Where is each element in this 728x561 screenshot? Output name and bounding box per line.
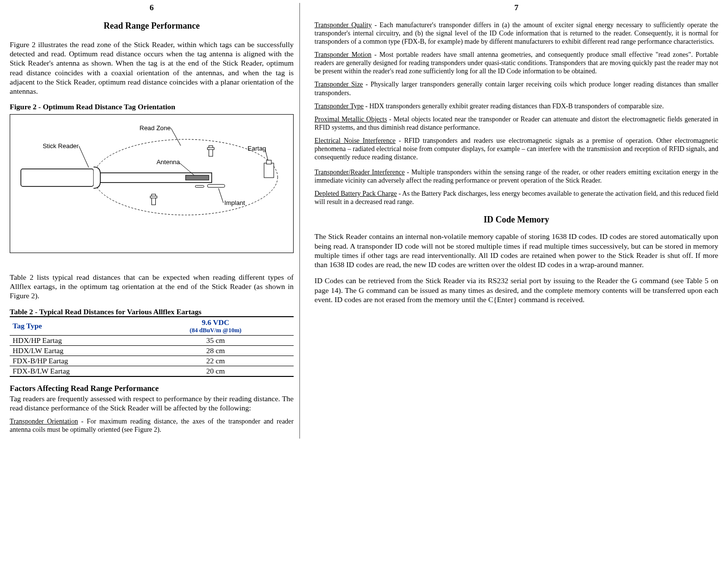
svg-rect-7: [209, 146, 213, 156]
svg-rect-6: [185, 175, 209, 180]
document-spread: 6 Read Range Performance Figure 2 illust…: [4, 3, 724, 439]
factor-transponder-orientation: Transponder Orientation - For maximum re…: [10, 417, 294, 434]
figure2-caption: Figure 2 - Optimum Read Distance Tag Ori…: [10, 102, 294, 111]
svg-rect-9: [152, 194, 156, 205]
table2-caption: Table 2 - Typical Read Distances for Var…: [10, 307, 294, 316]
table2: Tag Type 9.6 VDC (84 dBuV/m @10m) HDX/HP…: [10, 316, 294, 377]
svg-rect-16: [195, 186, 204, 187]
table-head-voltage: 9.6 VDC (84 dBuV/m @10m): [137, 317, 294, 336]
mem-para1: The Stick Reader contains an internal no…: [314, 232, 718, 269]
factor-transponder-reader-interference: Transponder/Reader Interference - Multip…: [314, 168, 718, 185]
page-left: 6 Read Range Performance Figure 2 illust…: [4, 3, 300, 439]
svg-rect-11: [207, 185, 225, 187]
factor-proximal-metallic: Proximal Metallic Objects - Metal object…: [314, 115, 718, 132]
figure2-svg: Read Zone Stick Reader Antenna: [16, 121, 287, 233]
factors-heading: Factors Affecting Read Range Performance: [10, 384, 294, 393]
figure2-box: Read Zone Stick Reader Antenna: [10, 114, 294, 253]
label-antenna: Antenna: [156, 158, 180, 166]
factor-transponder-size: Transponder Size - Physically larger tra…: [314, 80, 718, 97]
table-row: FDX-B/HP Eartag22 cm: [10, 356, 294, 366]
svg-line-2: [79, 146, 89, 168]
factor-transponder-type: Transponder Type - HDX transponders gene…: [314, 102, 718, 110]
table-head-tag-type: Tag Type: [10, 317, 137, 336]
svg-rect-8: [207, 148, 214, 150]
table-row: FDX-B/LW Eartag20 cm: [10, 366, 294, 376]
page-number-right: 7: [314, 3, 718, 13]
table-header-row: Tag Type 9.6 VDC (84 dBuV/m @10m): [10, 317, 294, 336]
table-row: HDX/LW Eartag28 cm: [10, 345, 294, 356]
label-eartag: Eartag: [248, 145, 266, 152]
section-title-read-range: Read Range Performance: [10, 21, 294, 31]
table-row: HDX/HP Eartag35 cm: [10, 335, 294, 345]
para-fig2-intro: Figure 2 illustrates the read zone of th…: [10, 40, 294, 96]
factor-electrical-noise: Electrical Noise Interference - RFID tra…: [314, 136, 718, 161]
page-number-left: 6: [10, 3, 294, 13]
factors-intro: Tag readers are frequently assessed with…: [10, 394, 294, 412]
section-title-id-code-memory: ID Code Memory: [314, 215, 718, 225]
para-table2-intro: Table 2 lists typical read distances tha…: [10, 272, 294, 301]
label-stick-reader: Stick Reader: [43, 142, 79, 150]
svg-line-0: [171, 128, 181, 146]
svg-rect-13: [264, 163, 274, 178]
svg-line-15: [265, 149, 268, 160]
factor-transponder-quality: Transponder Quality - Each manufacturer'…: [314, 21, 718, 46]
label-implant: Implant: [224, 199, 245, 206]
svg-rect-10: [150, 196, 157, 198]
mem-para2: ID Codes can be retrieved from the Stick…: [314, 276, 718, 304]
factor-depleted-battery: Depleted Battery Pack Charge - As the Ba…: [314, 189, 718, 206]
label-read-zone: Read Zone: [140, 124, 171, 132]
svg-rect-3: [21, 169, 94, 187]
factor-transponder-motion: Transponder Motion - Most portable reade…: [314, 51, 718, 75]
svg-line-12: [218, 188, 223, 203]
svg-rect-14: [266, 160, 271, 164]
page-right: 7 Transponder Quality - Each manufacture…: [300, 3, 724, 439]
